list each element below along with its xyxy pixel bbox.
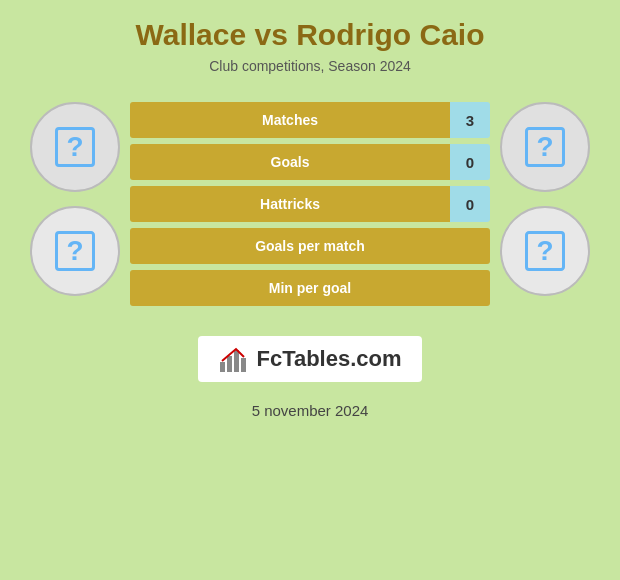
stat-row-min-per-goal: Min per goal [130, 270, 490, 306]
svg-rect-0 [220, 362, 225, 372]
stat-row-matches: Matches 3 [130, 102, 490, 138]
stat-row-goals: Goals 0 [130, 144, 490, 180]
left-avatar-question-icon-2: ? [55, 231, 95, 271]
left-avatar-question-icon: ? [55, 127, 95, 167]
left-player-column: ? ? [20, 102, 130, 296]
svg-rect-3 [241, 358, 246, 372]
stat-value-hattricks: 0 [450, 186, 490, 222]
logo-text: FcTables.com [256, 346, 401, 372]
left-player-avatar-bottom: ? [30, 206, 120, 296]
logo-area: FcTables.com [198, 336, 421, 382]
stat-value-matches: 3 [450, 102, 490, 138]
right-player-column: ? ? [490, 102, 600, 296]
svg-rect-1 [227, 356, 232, 372]
left-player-avatar-top: ? [30, 102, 120, 192]
stat-label-min-per-goal: Min per goal [130, 270, 490, 306]
stat-value-goals: 0 [450, 144, 490, 180]
right-player-avatar-top: ? [500, 102, 590, 192]
stat-row-hattricks: Hattricks 0 [130, 186, 490, 222]
stats-column: Matches 3 Goals 0 Hattricks 0 Goals per … [130, 102, 490, 306]
footer-date: 5 november 2024 [252, 402, 369, 419]
page-wrapper: Wallace vs Rodrigo Caio Club competition… [0, 0, 620, 580]
page-title: Wallace vs Rodrigo Caio [136, 18, 485, 52]
right-avatar-question-icon-2: ? [525, 231, 565, 271]
stat-row-goals-per-match: Goals per match [130, 228, 490, 264]
stat-label-matches: Matches [130, 102, 450, 138]
right-player-avatar-bottom: ? [500, 206, 590, 296]
comparison-area: ? ? Matches 3 Goals 0 Hattricks 0 Goals … [0, 102, 620, 306]
page-subtitle: Club competitions, Season 2024 [209, 58, 411, 74]
fctables-logo-icon [218, 344, 248, 374]
right-avatar-question-icon: ? [525, 127, 565, 167]
svg-rect-2 [234, 350, 239, 372]
stat-label-goals: Goals [130, 144, 450, 180]
stat-label-goals-per-match: Goals per match [130, 228, 490, 264]
stat-label-hattricks: Hattricks [130, 186, 450, 222]
